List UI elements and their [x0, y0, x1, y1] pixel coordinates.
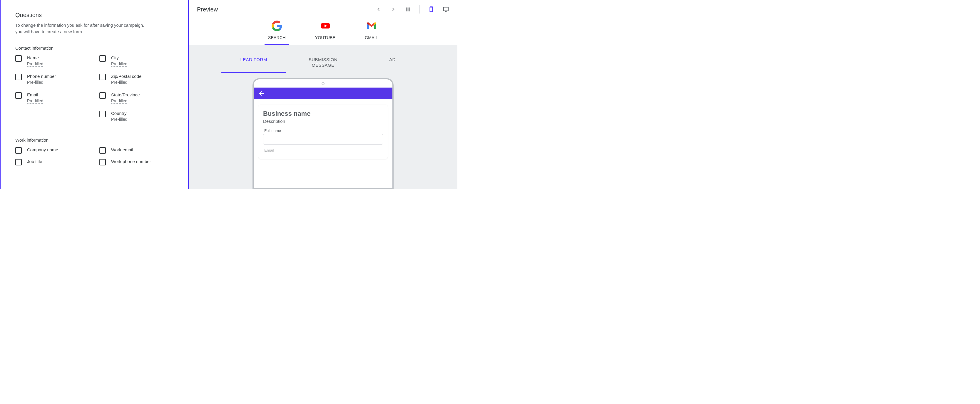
channel-label: SEARCH [268, 35, 286, 40]
checkbox-email[interactable] [15, 92, 22, 99]
work-fields-grid: Company name Job title Work emai [15, 147, 183, 171]
field-name: Name Pre-filled [15, 55, 99, 67]
left-rail [0, 0, 12, 189]
work-info-label: Work information [15, 137, 183, 143]
checkbox-company[interactable] [15, 147, 22, 154]
device-preview-wrap: Business name Description Full name Emai… [189, 78, 457, 189]
tab-leadform[interactable]: LEAD FORM [221, 52, 286, 73]
prefill-badge: Pre-filled [111, 61, 127, 67]
field-workemail: Work email [99, 147, 183, 154]
questions-panel: Questions To change the information you … [0, 0, 189, 189]
channel-tabs: SEARCH YOUTUBE GMAIL [197, 21, 449, 45]
tab-submission[interactable]: SUBMISSION MESSAGE [291, 52, 355, 73]
questions-content: Questions To change the information you … [12, 0, 189, 189]
form-field-label: Email [263, 148, 383, 153]
mobile-view-button[interactable] [428, 6, 434, 13]
field-label: Work email [111, 147, 133, 152]
channel-label: GMAIL [365, 35, 378, 40]
preview-title: Preview [197, 6, 218, 13]
contact-col-2: City Pre-filled Zip/Postal code Pre-fill… [99, 55, 183, 129]
field-label: Email [27, 92, 43, 97]
prefill-badge: Pre-filled [111, 80, 127, 85]
lead-form-card: Business name Description Full name Emai… [258, 105, 388, 159]
prefill-badge: Pre-filled [27, 80, 43, 85]
full-name-input[interactable] [263, 134, 383, 145]
field-label: Company name [27, 147, 58, 152]
field-label: Name [27, 55, 43, 60]
field-email: Email Pre-filled [15, 92, 99, 104]
google-icon [272, 21, 282, 31]
work-col-1: Company name Job title [15, 147, 99, 171]
device-speaker [321, 82, 325, 85]
checkbox-workphone[interactable] [99, 159, 106, 165]
prev-button[interactable] [375, 6, 382, 13]
field-state: State/Province Pre-filled [99, 92, 183, 104]
work-col-2: Work email Work phone number [99, 147, 183, 171]
checkbox-zip[interactable] [99, 74, 106, 80]
field-label: Country [111, 111, 127, 116]
checkbox-name[interactable] [15, 55, 22, 62]
back-arrow-icon [258, 90, 265, 97]
next-button[interactable] [390, 6, 396, 13]
contact-col-1: Name Pre-filled Phone number Pre-filled [15, 55, 99, 129]
app-root: Questions To change the information you … [0, 0, 457, 189]
desktop-view-button[interactable] [443, 6, 449, 13]
mobile-device-frame: Business name Description Full name Emai… [253, 78, 394, 189]
field-city: City Pre-filled [99, 55, 183, 67]
questions-description: To change the information you ask for af… [15, 22, 151, 35]
preview-toolbar: Preview [197, 5, 449, 14]
checkbox-state[interactable] [99, 92, 106, 99]
field-workphone: Work phone number [99, 159, 183, 165]
channel-search[interactable]: SEARCH [268, 21, 286, 45]
questions-title: Questions [15, 12, 183, 19]
youtube-icon [320, 21, 331, 31]
field-zip: Zip/Postal code Pre-filled [99, 74, 183, 85]
field-phone: Phone number Pre-filled [15, 74, 99, 85]
checkbox-workemail[interactable] [99, 147, 106, 154]
preview-tabs: LEAD FORM SUBMISSION MESSAGE AD [189, 52, 457, 73]
prefill-badge: Pre-filled [111, 99, 127, 104]
field-label: City [111, 55, 127, 60]
preview-controls [375, 5, 449, 14]
channel-youtube[interactable]: YOUTUBE [315, 21, 336, 45]
pause-button[interactable] [405, 6, 411, 13]
prefill-badge: Pre-filled [27, 61, 43, 67]
checkbox-country[interactable] [99, 111, 106, 117]
preview-panel: Preview SEARCH [189, 0, 457, 189]
tab-label: SUBMISSION MESSAGE [309, 57, 337, 68]
device-app-bar [254, 87, 392, 99]
checkbox-jobtitle[interactable] [15, 159, 22, 165]
channel-label: YOUTUBE [315, 35, 336, 40]
channel-gmail[interactable]: GMAIL [365, 21, 378, 45]
business-description: Description [263, 119, 383, 124]
tab-ad[interactable]: AD [360, 52, 425, 73]
field-label: Job title [27, 159, 42, 164]
prefill-badge: Pre-filled [27, 99, 43, 104]
contact-fields-grid: Name Pre-filled Phone number Pre-filled [15, 55, 183, 129]
field-country: Country Pre-filled [99, 111, 183, 122]
field-label: Work phone number [111, 159, 151, 164]
preview-header: Preview SEARCH [189, 0, 457, 45]
contact-info-label: Contact information [15, 46, 183, 51]
field-jobtitle: Job title [15, 159, 99, 165]
field-label: State/Province [111, 92, 140, 97]
checkbox-phone[interactable] [15, 74, 22, 80]
field-company: Company name [15, 147, 99, 154]
business-name: Business name [263, 110, 383, 118]
checkbox-city[interactable] [99, 55, 106, 62]
field-label: Zip/Postal code [111, 74, 142, 79]
field-label: Phone number [27, 74, 56, 79]
form-field-label: Full name [263, 129, 383, 133]
prefill-badge: Pre-filled [111, 117, 127, 122]
gmail-icon [366, 21, 377, 31]
